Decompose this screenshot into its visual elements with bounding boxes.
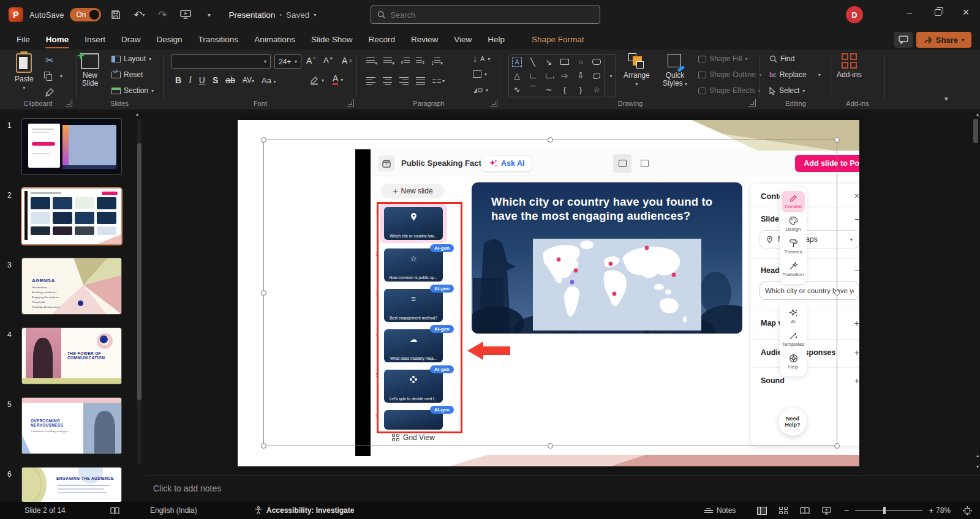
columns-button[interactable]: ▾	[432, 78, 445, 84]
shape-right-arrow-icon[interactable]: ⇨	[557, 69, 572, 83]
clear-formatting-button[interactable]: A◊	[342, 56, 352, 65]
notes-pane[interactable]: Click to add notes	[146, 476, 980, 502]
shape-scribble-icon[interactable]: ∿	[510, 83, 524, 97]
paste-button[interactable]: Paste▾	[15, 53, 34, 91]
minimize-button[interactable]: –	[895, 0, 924, 24]
restore-button[interactable]	[924, 0, 952, 24]
align-right-button[interactable]	[399, 75, 409, 87]
canvas-scrollbar[interactable]	[973, 119, 978, 143]
shape-elbow-icon[interactable]	[526, 69, 540, 83]
shape-curve-icon[interactable]: ∼	[541, 83, 556, 97]
heading-collapse[interactable]: −	[854, 266, 859, 275]
slide-thumbnail-2[interactable]	[22, 189, 121, 244]
shape-rectangle-icon[interactable]	[557, 55, 572, 69]
change-case-button[interactable]: Aa ▾	[262, 76, 276, 85]
collapse-ribbon-chevron[interactable]: ▾	[944, 95, 948, 103]
rail-themes-button[interactable]: Themes	[782, 236, 805, 258]
shape-star-icon[interactable]: ☆	[589, 83, 604, 97]
shape-outline-button[interactable]: Shape Outline▾	[698, 70, 761, 79]
tab-file[interactable]: File	[10, 31, 37, 48]
arrange-button[interactable]: Arrange▾	[624, 53, 650, 87]
clipboard-dialog-launcher[interactable]	[65, 99, 72, 106]
slide-number-indicator[interactable]: Slide 2 of 14	[24, 502, 66, 519]
shape-line-icon[interactable]: ╲	[526, 55, 540, 69]
user-avatar[interactable]: D	[846, 6, 863, 23]
drawing-dialog-launcher[interactable]	[748, 99, 756, 106]
align-left-button[interactable]	[366, 75, 375, 87]
quick-styles-button[interactable]: Quick Styles ▾	[663, 53, 687, 88]
resize-handle-e[interactable]	[834, 290, 840, 296]
shape-freeform-icon[interactable]	[589, 69, 604, 83]
text-shadow-button[interactable]: S	[213, 75, 218, 85]
resize-handle-ne[interactable]	[834, 137, 840, 143]
customize-qat-chevron[interactable]: ▾	[200, 6, 217, 23]
strikethrough-button[interactable]: ab	[225, 75, 235, 85]
fit-to-window-button[interactable]	[963, 502, 972, 519]
tab-help[interactable]: Help	[481, 31, 511, 48]
slide-thumbnail-5[interactable]: OVERCOMING NERVOUSNESS Confidence buildi…	[22, 398, 121, 454]
normal-view-button[interactable]	[757, 502, 767, 519]
canvas-scroll-up-icon[interactable]: ▴	[976, 111, 979, 117]
slide-type-collapse[interactable]: −	[854, 214, 859, 224]
resize-handle-n[interactable]	[548, 137, 553, 143]
cut-button[interactable]: ✂	[45, 56, 53, 65]
tab-view[interactable]: View	[447, 31, 478, 48]
layout-button[interactable]: Layout▾	[111, 54, 151, 63]
shape-textbox-icon[interactable]: A	[512, 58, 522, 67]
replace-button[interactable]: bc Replace▾	[769, 70, 821, 79]
resize-handle-s[interactable]	[548, 443, 553, 449]
tab-review[interactable]: Review	[404, 31, 445, 48]
select-button[interactable]: Select▾	[769, 86, 805, 95]
thumb-scroll-up-icon[interactable]: ▴	[136, 111, 138, 117]
spell-check-button[interactable]	[110, 502, 119, 519]
line-spacing-button[interactable]: ↕▾	[431, 56, 443, 67]
shape-left-brace-icon[interactable]: {	[557, 83, 572, 97]
audience-responses-expand[interactable]: +	[854, 348, 859, 357]
font-color-button[interactable]: A ▾	[333, 74, 343, 85]
align-center-button[interactable]	[383, 75, 392, 87]
title-chevron-icon[interactable]: ▾	[314, 12, 316, 18]
rail-design-button[interactable]: Design	[782, 214, 805, 235]
tab-home[interactable]: Home	[39, 31, 76, 48]
format-painter-button[interactable]	[45, 88, 55, 97]
shape-arc-icon[interactable]: ⌒	[526, 83, 540, 97]
character-spacing-button[interactable]: AV▾	[243, 76, 254, 84]
resize-handle-sw[interactable]	[261, 443, 266, 449]
app-home-button[interactable]	[378, 155, 395, 171]
map-view-expand[interactable]: +	[854, 318, 859, 328]
zoom-out-button[interactable]: −	[844, 506, 849, 515]
ask-ai-button[interactable]: Ask AI	[481, 155, 532, 172]
comments-button[interactable]	[894, 32, 913, 48]
shape-arrow-icon[interactable]: ↘	[541, 55, 556, 69]
redo-button[interactable]: ↷	[154, 6, 171, 23]
find-button[interactable]: Find	[769, 54, 794, 63]
bullets-button[interactable]: ▾	[366, 56, 377, 67]
resize-handle-se[interactable]	[834, 443, 840, 449]
thumbnail-scrollbar[interactable]	[137, 119, 141, 465]
bold-button[interactable]: B	[175, 75, 181, 85]
save-icon[interactable]	[107, 6, 124, 23]
start-slideshow-icon[interactable]	[177, 6, 194, 23]
tab-draw[interactable]: Draw	[115, 31, 148, 48]
language-indicator[interactable]: English (India)	[150, 502, 197, 519]
shape-gallery[interactable]: A ╲ ↘ ○ △ › ⇨ ⇩ ∿ ⌒ ∼ { } ☆	[508, 54, 605, 97]
need-help-bubble[interactable]: Need Help?	[778, 408, 807, 436]
section-button[interactable]: Section▾	[111, 86, 154, 95]
document-title[interactable]: Presentation	[228, 10, 275, 20]
shapes-more-button[interactable]: ▾	[606, 54, 616, 97]
shape-effects-button[interactable]: Shape Effects▾	[698, 86, 761, 95]
shape-right-brace-icon[interactable]: }	[573, 83, 588, 97]
highlight-color-button[interactable]: ▾	[309, 75, 324, 85]
add-ins-button[interactable]: Add-ins	[837, 53, 862, 79]
slide-thumbnail-1[interactable]	[22, 119, 121, 174]
rail-ai-button[interactable]: AI	[782, 306, 805, 327]
grow-font-button[interactable]: A^	[306, 56, 315, 65]
slide-sorter-view-button[interactable]	[779, 502, 788, 519]
previous-slide-icon[interactable]: ▴	[976, 453, 979, 458]
font-dialog-launcher[interactable]	[347, 99, 354, 106]
tab-slide-show[interactable]: Slide Show	[304, 31, 360, 48]
increase-indent-button[interactable]: ›	[416, 56, 425, 67]
app-slide-preview[interactable]: Which city or country have you found to …	[472, 182, 742, 334]
zoom-slider[interactable]	[855, 510, 922, 511]
sound-expand[interactable]: +	[854, 376, 859, 386]
